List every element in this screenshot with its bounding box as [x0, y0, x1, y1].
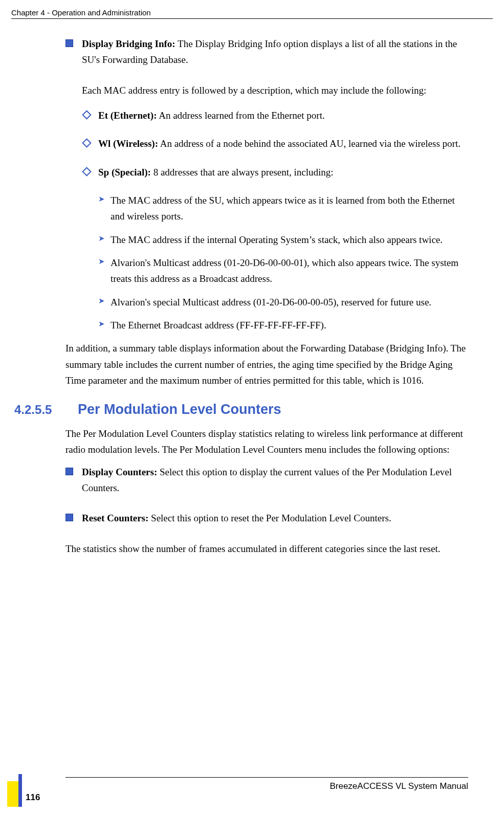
list-item: The MAC address of the SU, which appears… [98, 192, 468, 225]
chapter-title: Chapter 4 - Operation and Administration [11, 8, 151, 17]
bridging-followup: Each MAC address entry is followed by a … [82, 82, 468, 98]
option-text: Select this option to reset the Per Modu… [148, 513, 391, 523]
section-number: 4.2.5.5 [14, 400, 61, 420]
item-label: Et (Ethernet): [98, 110, 157, 121]
special-addresses-list: The MAC address of the SU, which appears… [98, 192, 468, 333]
option-label: Display Bridging Info: [82, 38, 176, 49]
list-item: Sp (Special): 8 addresses that are alway… [82, 164, 468, 180]
list-item: Alvarion's Multicast address (01-20-D6-0… [98, 255, 468, 287]
bridging-summary: In addition, a summary table displays in… [65, 340, 468, 388]
item-label: Sp (Special): [98, 167, 151, 178]
item-label: Wl (Wireless): [98, 138, 158, 149]
item-text: An address learned from the Ethernet por… [157, 110, 325, 121]
list-item: Display Counters: Select this option to … [65, 464, 468, 496]
page-number: 116 [26, 792, 40, 803]
option-label: Display Counters: [82, 467, 157, 477]
mac-description-list: Et (Ethernet): An address learned from t… [82, 107, 468, 180]
page-footer: BreezeACCESS VL System Manual 116 [0, 771, 504, 807]
counter-options-list: Display Counters: Select this option to … [65, 464, 468, 526]
section-heading: 4.2.5.5 Per Modulation Level Counters [14, 398, 468, 421]
footer-rule [65, 777, 468, 778]
footer-accent-yellow [7, 781, 18, 807]
item-text: An address of a node behind the associat… [158, 138, 461, 149]
footer-accent-blue [18, 774, 22, 807]
option-label: Reset Counters: [82, 513, 148, 523]
list-item: The MAC address if the internal Operatin… [98, 232, 468, 248]
list-item: Wl (Wireless): An address of a node behi… [82, 136, 468, 151]
page-header: Chapter 4 - Operation and Administration [11, 8, 493, 19]
section-closing: The statistics show the number of frames… [65, 541, 468, 557]
list-item: Reset Counters: Select this option to re… [65, 510, 468, 526]
list-item: Display Bridging Info: The Display Bridg… [65, 36, 468, 68]
section-title: Per Modulation Level Counters [78, 398, 281, 421]
list-item: Alvarion's special Multicast address (01… [98, 294, 468, 310]
item-text: 8 addresses that are always present, inc… [151, 167, 334, 178]
bridging-info-list: Display Bridging Info: The Display Bridg… [65, 36, 468, 68]
list-item: Et (Ethernet): An address learned from t… [82, 107, 468, 123]
section-intro: The Per Modulation Level Counters displa… [65, 426, 468, 458]
list-item: The Ethernet Broadcast address (FF-FF-FF… [98, 317, 468, 333]
main-content: Display Bridging Info: The Display Bridg… [65, 30, 468, 562]
manual-title: BreezeACCESS VL System Manual [330, 781, 468, 791]
